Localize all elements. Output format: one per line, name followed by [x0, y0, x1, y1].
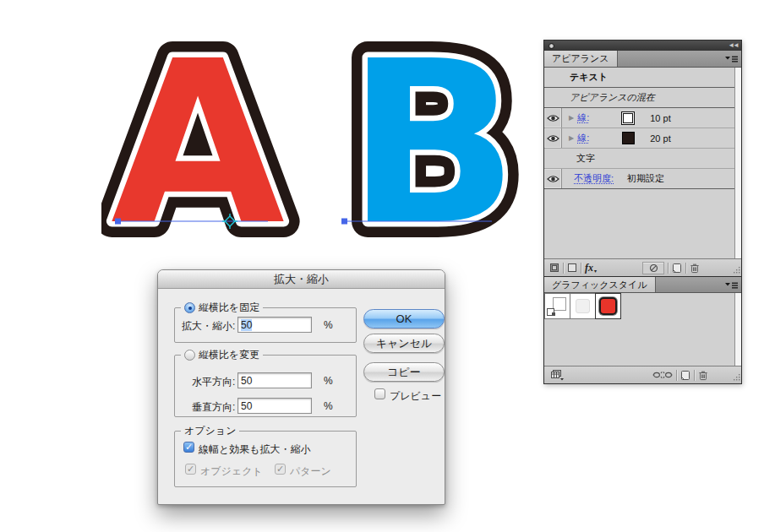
copy-button-label: コピー — [387, 365, 421, 380]
characters-row[interactable]: 文字 — [544, 149, 734, 169]
style-thumbnail-red[interactable] — [595, 293, 621, 319]
letter-b-fill: B — [347, 34, 519, 253]
fx-menu-arrow-icon: ▾ — [594, 268, 597, 274]
graphic-styles-toolbar — [544, 366, 741, 383]
scrollbar-track[interactable] — [734, 293, 741, 366]
artboard-canvas: A A A B B B — [101, 34, 541, 253]
anchor-point[interactable] — [115, 219, 121, 225]
visibility-eye-icon[interactable] — [544, 128, 562, 148]
dialog-titlebar[interactable]: 拡大・縮小 — [158, 270, 445, 289]
collapse-panel-icon[interactable]: ◄◄ — [728, 41, 738, 49]
vertical-label: 垂直方向: — [192, 400, 235, 415]
dialog-title: 拡大・縮小 — [274, 272, 329, 287]
letter-a-object[interactable]: A A A — [111, 34, 287, 253]
horizontal-input[interactable]: 50 — [237, 372, 312, 388]
vertical-value: 50 — [241, 400, 252, 412]
disclosure-triangle-icon[interactable]: ▶ — [569, 114, 574, 122]
stroke-link[interactable]: 線: — [577, 111, 589, 124]
add-effect-icon[interactable]: fx▾ — [585, 262, 597, 274]
scrollbar-track[interactable] — [734, 68, 741, 258]
cancel-button-label: キャンセル — [376, 336, 433, 351]
preview-checkbox[interactable] — [374, 388, 385, 399]
scale-strokes-checkbox[interactable]: ✓ — [183, 442, 194, 453]
panel-menu-icon[interactable] — [725, 55, 738, 65]
delete-style-icon[interactable] — [698, 370, 708, 381]
add-fill-icon[interactable] — [567, 263, 577, 273]
stroke-color-swatch-dark[interactable] — [622, 132, 635, 144]
tab-graphic-styles-label: グラフィックスタイル — [552, 279, 647, 291]
panel-group: ◄◄ アピアランス テキスト アピアランスの混在 — [543, 40, 742, 384]
panel-menu-icon[interactable] — [725, 281, 738, 291]
stroke-row-20pt[interactable]: ▶ 線: 20 pt — [544, 128, 734, 149]
appearance-target-row[interactable]: テキスト — [544, 68, 734, 88]
objects-checkbox: ✓ — [185, 464, 196, 475]
tab-graphic-styles[interactable]: グラフィックスタイル — [544, 277, 656, 292]
style-thumbnail-empty[interactable] — [570, 293, 596, 319]
break-link-icon[interactable] — [652, 370, 673, 380]
stroke-link[interactable]: 線: — [577, 132, 589, 144]
panel-resize-grip[interactable] — [733, 265, 740, 275]
fx-label: fx — [585, 262, 593, 274]
uniform-legend-label: 縦横比を固定 — [199, 301, 259, 315]
uniform-scale-value: 50 — [241, 319, 252, 331]
stroke-row-10pt[interactable]: ▶ 線: 10 pt — [544, 108, 734, 128]
uniform-scale-input[interactable]: 50 — [237, 317, 312, 333]
horizontal-label: 水平方向: — [192, 375, 235, 389]
non-uniform-radio[interactable] — [184, 350, 195, 361]
style-libraries-menu-icon[interactable] — [549, 369, 565, 381]
non-uniform-legend-label: 縦横比を変更 — [199, 348, 259, 362]
objects-label: オブジェクト — [200, 464, 263, 479]
appearance-tabbar: アピアランス — [544, 51, 741, 68]
scale-dialog: 拡大・縮小 縦横比を固定 拡大・縮小: 50 % 縦横比を変更 水平方向: 50… — [157, 269, 445, 505]
visibility-eye-icon[interactable] — [544, 108, 562, 128]
opacity-link[interactable]: 不透明度: — [574, 172, 614, 185]
new-style-icon[interactable] — [680, 370, 690, 381]
options-legend-label: オプション — [184, 424, 236, 438]
add-stroke-icon[interactable] — [549, 263, 559, 273]
mixed-appearance-label: アピアランスの混在 — [570, 91, 655, 104]
horizontal-value: 50 — [241, 375, 252, 387]
tab-appearance-label: アピアランス — [552, 52, 609, 65]
options-group: オプション ✓ 線幅と効果も拡大・縮小 ✓ オブジェクト ✓ パターン — [174, 431, 357, 487]
anchor-point[interactable] — [341, 219, 347, 225]
uniform-scale-group: 縦横比を固定 拡大・縮小: 50 % — [174, 307, 357, 343]
clear-appearance-icon[interactable] — [642, 262, 664, 274]
panel-close-icon[interactable] — [549, 43, 554, 49]
appearance-toolbar: fx▾ — [544, 258, 741, 276]
scale-field-label: 拡大・縮小: — [182, 319, 235, 334]
mixed-appearance-row[interactable]: アピアランスの混在 — [544, 88, 734, 108]
scale-strokes-label: 線幅と効果も拡大・縮小 — [199, 442, 311, 457]
copy-button[interactable]: コピー — [363, 362, 445, 382]
opacity-value: 初期設定 — [627, 172, 664, 185]
appearance-panel: アピアランス テキスト アピアランスの混在 — [544, 51, 741, 276]
stroke-weight-value: 10 pt — [650, 113, 670, 123]
uniform-radio[interactable] — [184, 302, 195, 313]
delete-item-icon[interactable] — [690, 263, 700, 274]
panel-group-titlebar[interactable]: ◄◄ — [544, 41, 741, 51]
letter-b-object[interactable]: B B B — [347, 34, 519, 253]
percent-label: % — [324, 400, 333, 412]
stroke-color-swatch-white[interactable] — [621, 111, 635, 125]
preview-label: プレビュー — [390, 389, 441, 404]
graphic-styles-panel: グラフィックスタイル — [544, 276, 741, 383]
percent-label: % — [324, 319, 333, 331]
tab-appearance[interactable]: アピアランス — [544, 51, 618, 67]
stroke-weight-value: 20 pt — [650, 133, 670, 144]
duplicate-item-icon[interactable] — [672, 263, 682, 274]
letter-a-fill: A — [111, 34, 287, 253]
cancel-button[interactable]: キャンセル — [363, 334, 445, 353]
target-label: テキスト — [570, 71, 608, 84]
panel-resize-grip[interactable] — [733, 372, 740, 383]
opacity-row[interactable]: 不透明度: 初期設定 — [544, 169, 734, 189]
ok-button[interactable]: OK — [363, 309, 445, 328]
vertical-input[interactable]: 50 — [237, 398, 312, 414]
visibility-eye-icon[interactable] — [544, 169, 562, 188]
appearance-list: テキスト アピアランスの混在 ▶ 線: 10 pt — [544, 68, 741, 258]
graphic-styles-grid — [544, 293, 741, 366]
percent-label: % — [324, 375, 333, 387]
graphic-styles-tabbar: グラフィックスタイル — [544, 276, 741, 293]
patterns-label: パターン — [290, 464, 331, 479]
patterns-checkbox: ✓ — [275, 464, 286, 475]
style-thumbnail-default[interactable] — [544, 293, 570, 319]
disclosure-triangle-icon[interactable]: ▶ — [569, 134, 574, 142]
